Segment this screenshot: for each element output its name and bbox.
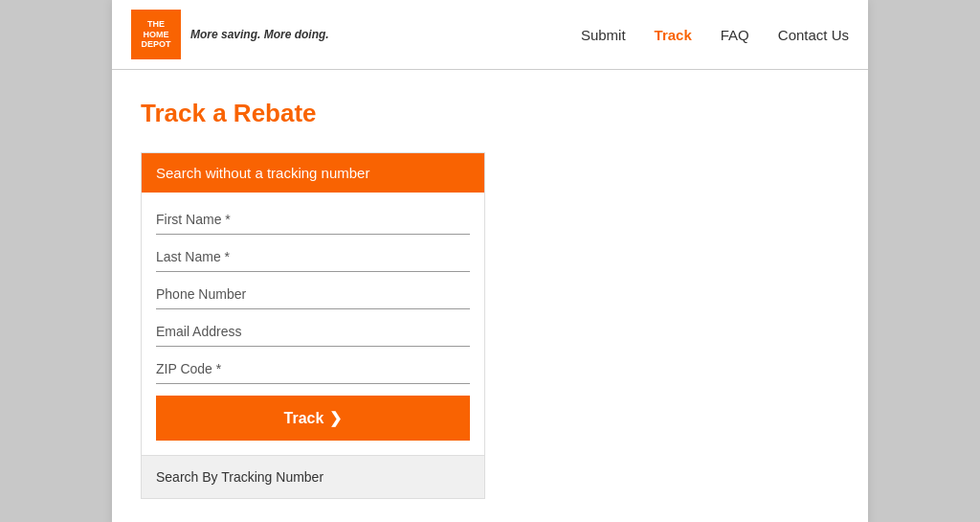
logo-tagline: More saving. More doing. [190,28,329,41]
email-address-input[interactable] [156,322,470,341]
phone-number-input[interactable] [156,284,470,304]
search-without-tracking-label: Search without a tracking number [156,165,369,181]
logo-area: THE HOME DEPOT More saving. More doing. [131,10,329,59]
main-nav: Submit Track FAQ Contact Us [581,27,849,43]
main-content: Track a Rebate Search without a tracking… [112,70,868,522]
last-name-field [156,239,470,272]
zip-code-field [156,352,470,384]
logo-box: THE HOME DEPOT [131,10,181,59]
logo-text: THE HOME DEPOT [141,19,170,50]
page-title: Track a Rebate [141,99,839,128]
form-card: Search without a tracking number [141,152,485,499]
logo-tagline-prefix: More saving. [190,28,264,41]
form-card-header: Search without a tracking number [142,153,484,193]
nav-track[interactable]: Track [655,27,692,43]
first-name-input[interactable] [156,210,470,229]
search-by-tracking-number-label: Search By Tracking Number [156,469,323,485]
page-container: THE HOME DEPOT More saving. More doing. … [112,0,868,522]
last-name-input[interactable] [156,247,470,266]
nav-contact-us[interactable]: Contact Us [778,27,849,43]
form-body: Track ❯ [142,193,484,455]
zip-code-input[interactable] [156,359,470,378]
logo-tagline-bold: More doing. [264,28,329,41]
header: THE HOME DEPOT More saving. More doing. … [112,0,868,70]
track-button-label: Track [284,410,324,427]
track-button[interactable]: Track ❯ [156,396,470,441]
first-name-field [156,202,470,235]
track-button-arrow-icon: ❯ [329,409,342,427]
nav-faq[interactable]: FAQ [721,27,749,43]
email-address-field [156,314,470,347]
form-footer[interactable]: Search By Tracking Number [142,455,484,498]
phone-number-field [156,277,470,309]
nav-submit[interactable]: Submit [581,27,626,43]
